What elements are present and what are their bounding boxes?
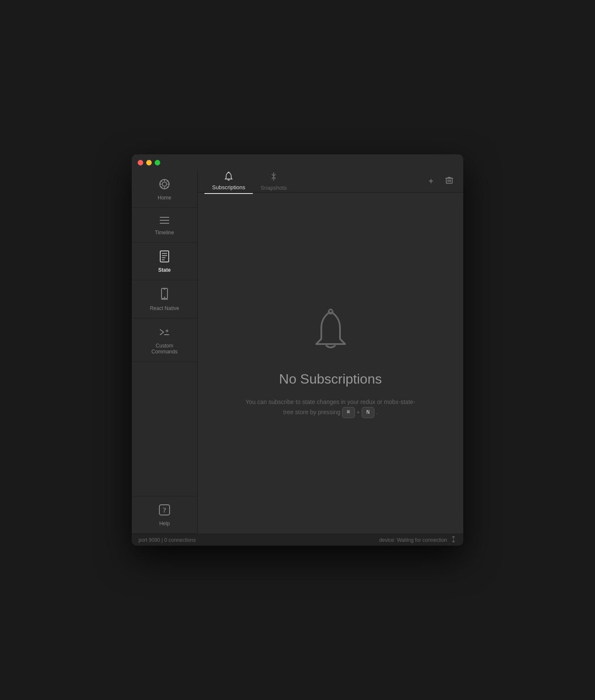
sidebar-item-help[interactable]: ? Help [132, 496, 197, 534]
shortcut-meta-kbd: ⌘ [342, 407, 355, 418]
delete-all-button[interactable] [442, 174, 456, 189]
tabbar-actions: + [426, 174, 456, 189]
subscriptions-tab-icon [224, 171, 233, 183]
maximize-button[interactable] [155, 160, 160, 165]
sidebar-item-help-label: Help [159, 521, 170, 526]
statusbar-connections: port 9090 | 0 connections [139, 537, 196, 543]
svg-point-27 [228, 172, 230, 173]
react-native-icon [160, 288, 169, 302]
sidebar-item-state[interactable]: State [132, 243, 197, 280]
app-window: Home Timeline [132, 154, 463, 546]
empty-bell-icon [309, 308, 352, 361]
sidebar-item-react-native-label: React Native [150, 305, 179, 311]
svg-rect-13 [160, 251, 169, 262]
statusbar-transfer-icon [450, 536, 456, 544]
sidebar-item-timeline-label: Timeline [155, 230, 174, 236]
sidebar: Home Timeline [132, 171, 198, 534]
empty-description-before: You can subscribe to state changes in yo… [246, 398, 415, 415]
help-icon: ? [159, 504, 170, 518]
svg-point-20 [164, 297, 165, 298]
state-icon [159, 250, 170, 264]
home-icon [159, 178, 170, 192]
delete-icon [445, 177, 454, 187]
minimize-button[interactable] [146, 160, 152, 165]
traffic-lights [138, 160, 160, 165]
tab-subscriptions[interactable]: Subscriptions [204, 171, 253, 194]
close-button[interactable] [138, 160, 143, 165]
sidebar-item-state-label: State [158, 267, 170, 273]
empty-state-description: You can subscribe to state changes in yo… [241, 397, 420, 418]
snapshots-tab-icon [269, 172, 278, 183]
content-area: Subscriptions Snapshots [198, 171, 463, 534]
statusbar: port 9090 | 0 connections device: Waitin… [132, 534, 463, 546]
empty-description-after: . [376, 408, 378, 415]
empty-state: No Subscriptions You can subscribe to st… [198, 193, 463, 534]
shortcut-key-kbd: N [362, 407, 374, 418]
titlebar [132, 154, 463, 171]
svg-point-1 [162, 182, 167, 186]
svg-text:?: ? [163, 507, 166, 514]
tab-snapshots[interactable]: Snapshots [253, 171, 294, 193]
sidebar-bottom: ? Help [132, 496, 197, 534]
custom-commands-icon [159, 326, 170, 340]
add-icon: + [428, 176, 434, 186]
tab-snapshots-label: Snapshots [261, 185, 286, 191]
sidebar-item-react-native[interactable]: React Native [132, 280, 197, 319]
statusbar-device: device: Waiting for connection [379, 537, 447, 543]
shortcut-plus: + [357, 408, 362, 415]
add-subscription-button[interactable]: + [426, 175, 436, 188]
empty-state-title: No Subscriptions [279, 371, 382, 387]
sidebar-item-custom-commands-label: CustomCommands [151, 343, 177, 355]
timeline-icon [159, 216, 170, 227]
sidebar-item-home[interactable]: Home [132, 171, 197, 208]
statusbar-right: device: Waiting for connection [379, 536, 456, 544]
sidebar-item-home-label: Home [158, 195, 171, 201]
sidebar-item-custom-commands[interactable]: CustomCommands [132, 319, 197, 362]
sidebar-item-timeline[interactable]: Timeline [132, 208, 197, 243]
tab-subscriptions-label: Subscriptions [212, 184, 245, 191]
tabbar: Subscriptions Snapshots [198, 171, 463, 193]
main-layout: Home Timeline [132, 171, 463, 534]
